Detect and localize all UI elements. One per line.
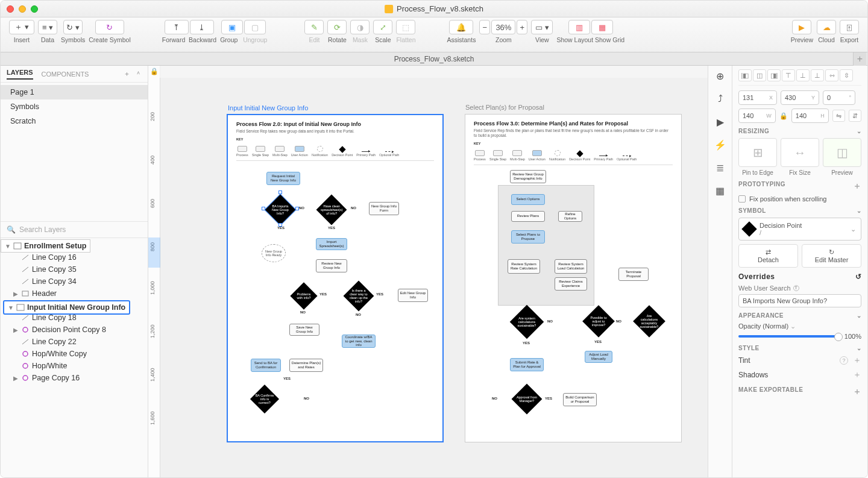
symbols-button[interactable]: ↻ ▾ — [63, 20, 83, 34]
window-title: Process_Flow_v8.sketch — [397, 4, 483, 13]
add-page-icon[interactable]: ＋ — [124, 69, 130, 78]
zoom-in-button[interactable]: + — [517, 20, 527, 34]
page-list: Page 1 Symbols Scratch — [1, 83, 148, 131]
add-tab-button[interactable]: + — [853, 52, 866, 66]
minimize-window-button[interactable] — [19, 5, 26, 13]
fix-size-box[interactable]: ↔ — [781, 138, 819, 167]
backward-button[interactable]: ⤓ — [190, 20, 214, 34]
zoom-value[interactable]: 36% — [491, 20, 515, 34]
resize-preview-box[interactable]: ◫ — [823, 138, 861, 167]
create-symbol-button[interactable]: ↻ — [95, 20, 124, 34]
data-button[interactable]: ≡ ▾ — [38, 20, 57, 34]
flip-v-button[interactable]: ⇵ — [849, 110, 861, 122]
insert-button[interactable]: ＋ ▾ — [9, 20, 34, 34]
align-bottom-button[interactable]: ⊥ — [811, 69, 824, 81]
align-center-v-button[interactable]: ⊥ — [796, 69, 810, 81]
layer-item[interactable]: ▶Decision Point Copy 8 — [1, 324, 148, 336]
add-prototype-button[interactable]: ＋ — [853, 181, 862, 192]
layer-item[interactable]: ▼Enrollment Setup — [1, 239, 90, 253]
export-button[interactable]: ⍐ — [840, 20, 859, 34]
svg-rect-0 — [14, 243, 21, 249]
flow-subtitle: Field Service Rep takes new group data a… — [236, 129, 434, 134]
override-text-field[interactable]: BA Imports New Group Info? — [738, 294, 861, 307]
fullscreen-window-button[interactable] — [31, 5, 38, 13]
width-field[interactable]: 140W — [738, 108, 776, 123]
edit-master-button[interactable]: ↻Edit Master — [802, 244, 861, 268]
add-tint-button[interactable]: ＋ — [853, 355, 861, 366]
height-field[interactable]: 140H — [791, 108, 829, 123]
page-item[interactable]: Page 1 — [1, 85, 148, 99]
add-export-button[interactable]: ＋ — [853, 386, 862, 397]
ungroup-button[interactable]: ▢ — [244, 20, 266, 34]
scale-button[interactable]: ⤢ — [373, 20, 392, 34]
layer-item[interactable]: ▶Page Copy 16 — [1, 372, 148, 384]
selected-decision-point[interactable]: BA Imports New Group Info? — [265, 194, 296, 225]
pin-edge-box[interactable]: ⊞ — [738, 138, 777, 167]
artboard-input-initial[interactable]: Input Initial New Group Info Process Flo… — [227, 114, 444, 442]
view-button[interactable]: ▭ ▾ — [531, 20, 553, 34]
layer-item[interactable]: Hop/White — [1, 360, 148, 372]
show-layout-button[interactable]: ▥ — [568, 20, 590, 34]
x-field[interactable]: 131X — [738, 90, 777, 105]
symbol-selector[interactable]: Decision Point/ ⌄ — [738, 218, 861, 241]
collapse-icon[interactable]: ＾ — [135, 69, 142, 78]
canvas[interactable]: Input Initial New Group Info Process Flo… — [160, 78, 708, 478]
page-item[interactable]: Scratch — [1, 114, 148, 128]
edit-button[interactable]: ✎ — [304, 20, 324, 34]
artboard-select-plans[interactable]: Select Plan(s) for Proposal Process Flow… — [465, 114, 682, 442]
search-layers-input[interactable]: 🔍 Search Layers — [1, 221, 148, 238]
lock-aspect-icon[interactable]: 🔒 — [779, 112, 788, 120]
forward-button[interactable]: ⤒ — [165, 20, 189, 34]
prototyping-icon[interactable]: ⊕ — [714, 69, 727, 83]
cloud-button[interactable]: ☁ — [817, 20, 836, 34]
svg-rect-4 — [22, 291, 28, 296]
add-shadow-button[interactable]: ＋ — [853, 370, 861, 380]
distribute-v-button[interactable]: ⇳ — [840, 69, 853, 81]
group-button[interactable]: ▣ — [221, 20, 243, 34]
align-center-h-button[interactable]: ◫ — [753, 69, 766, 81]
align-left-button[interactable]: |◧ — [738, 69, 752, 81]
tint-help-icon[interactable]: ? — [840, 356, 848, 365]
left-sidebar: LAYERS COMPONENTS ＋ ＾ Page 1 Symbols Scr… — [1, 66, 148, 478]
play-icon[interactable]: ▶ — [714, 115, 727, 128]
layer-item[interactable]: Line Copy 22 — [1, 336, 148, 348]
components-tab[interactable]: COMPONENTS — [42, 71, 89, 78]
detach-button[interactable]: ⇄Detach — [738, 244, 798, 268]
fix-scroll-checkbox[interactable]: Fix position when scrolling — [738, 195, 861, 203]
layer-item[interactable]: Line Copy 34 — [1, 275, 148, 288]
mask-button[interactable]: ◑ — [350, 20, 370, 34]
align-right-button[interactable]: ◨| — [767, 69, 781, 81]
zoom-out-button[interactable]: − — [479, 20, 490, 34]
layer-item[interactable]: Line Copy 16 — [1, 251, 148, 263]
list-icon[interactable]: ≣ — [714, 161, 727, 174]
flash-icon[interactable]: ⚡ — [714, 138, 727, 151]
flatten-button[interactable]: ⬚ — [396, 20, 415, 34]
layer-item[interactable]: ▼Input Initial New Group Info — [3, 300, 130, 315]
layer-item[interactable]: Line Copy 35 — [1, 263, 148, 275]
export-icon[interactable]: ⤴ — [714, 92, 727, 105]
window-titlebar: Process_Flow_v8.sketch — [1, 1, 867, 17]
layers-tab[interactable]: LAYERS — [7, 69, 33, 80]
flip-h-button[interactable]: ⇋ — [832, 110, 845, 122]
document-tab[interactable]: Process_Flow_v8.sketch — [394, 55, 474, 63]
show-grid-button[interactable]: ▦ — [591, 20, 613, 34]
grid-icon[interactable]: ▦ — [714, 184, 727, 197]
opacity-slider[interactable] — [738, 335, 840, 338]
reset-overrides-icon[interactable]: ↺ — [855, 272, 862, 281]
inspector: |◧ ◫ ◨| ⊤ ⊥ ⊥ ⇿ ⇳ 131X 430Y 0° 140W 🔒 14… — [732, 66, 867, 478]
distribute-h-button[interactable]: ⇿ — [825, 69, 838, 81]
layer-item[interactable]: ▶Header — [1, 288, 148, 300]
assistants-button[interactable]: 🔔 — [449, 20, 473, 34]
y-field[interactable]: 430Y — [781, 90, 819, 105]
toolbar: ＋ ▾ Insert ≡ ▾ Data ↻ ▾ Symbols ↻ Create… — [1, 17, 867, 52]
vertical-ruler[interactable]: 2004006008001,0001,2001,4001,600 — [148, 78, 160, 478]
diamond-icon — [741, 221, 756, 236]
align-top-button[interactable]: ⊤ — [782, 69, 795, 81]
layer-item[interactable]: Hop/White Copy — [1, 348, 148, 360]
close-window-button[interactable] — [7, 5, 14, 13]
svg-rect-5 — [17, 304, 24, 310]
angle-field[interactable]: 0° — [823, 90, 855, 105]
page-item[interactable]: Symbols — [1, 99, 148, 114]
preview-button[interactable]: ▶ — [792, 20, 811, 34]
rotate-button[interactable]: ⟳ — [327, 20, 347, 34]
